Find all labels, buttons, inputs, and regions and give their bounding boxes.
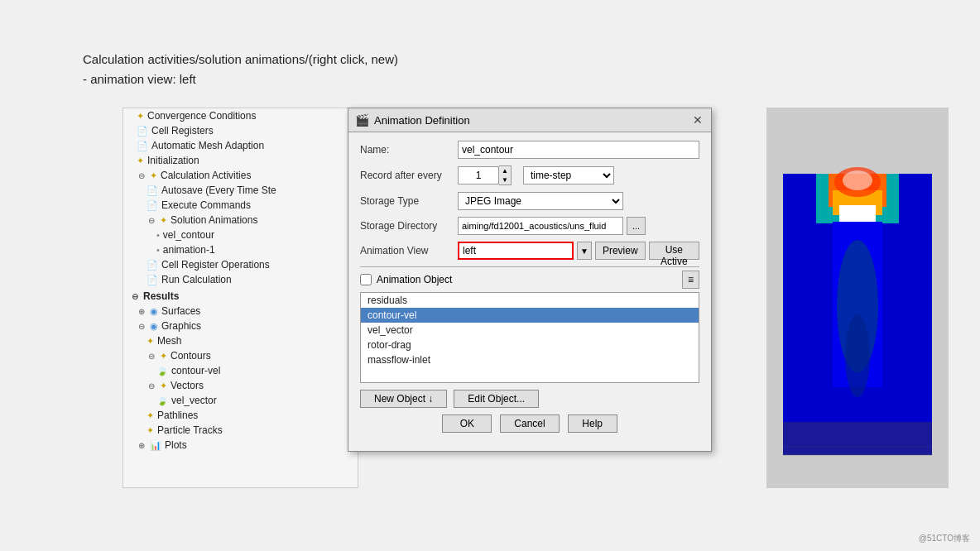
name-label: Name:: [360, 144, 451, 156]
record-unit-select[interactable]: time-step: [523, 166, 614, 184]
plots-icon: 📊: [150, 440, 161, 451]
expand-minus-vectors[interactable]: ⊖: [147, 381, 156, 390]
sphere-icon-2: ◉: [150, 321, 158, 332]
expand-minus-results[interactable]: ⊖: [130, 292, 140, 301]
new-object-button[interactable]: New Object ↓: [360, 390, 447, 408]
tree-label-mesh-adaption: Automatic Mesh Adaption: [151, 140, 264, 151]
object-action-row: New Object ↓ Edit Object...: [360, 390, 699, 408]
tree-item-run-calculation[interactable]: 📄 Run Calculation: [123, 272, 358, 287]
record-value-input[interactable]: [458, 166, 499, 184]
expand-minus-contours[interactable]: ⊖: [147, 352, 156, 361]
tree-item-animation-1[interactable]: • animation-1: [123, 242, 358, 257]
tree-item-autosave[interactable]: 📄 Autosave (Every Time Ste: [123, 183, 358, 198]
tree-label-particle-tracks: Particle Tracks: [157, 424, 223, 436]
storage-dir-input[interactable]: [458, 217, 623, 235]
anim-object-menu-button[interactable]: ≡: [682, 271, 699, 289]
expand-minus-icon[interactable]: ⊖: [137, 171, 147, 180]
use-active-button[interactable]: Use Active: [649, 242, 699, 260]
anim-object-checkbox[interactable]: [360, 274, 372, 285]
tree-item-vectors[interactable]: ⊖ ✦ Vectors: [123, 378, 358, 393]
tree-label-execute-commands: Execute Commands: [161, 199, 251, 211]
tree-item-initialization[interactable]: ✦ Initialization: [123, 153, 358, 168]
storage-dir-label: Storage Directory: [360, 220, 451, 232]
page-icon-2: 📄: [137, 141, 148, 151]
expand-plus-surfaces[interactable]: ⊕: [137, 307, 147, 316]
record-row: Record after every ▲ ▼ time-step: [360, 165, 699, 185]
dialog-body: Name: Record after every ▲ ▼ time-step: [348, 132, 711, 451]
tree-item-convergence[interactable]: ✦ Convergence Conditions: [123, 108, 358, 123]
star-icon-2: ✦: [137, 156, 144, 166]
results-header[interactable]: ⊖ Results: [123, 289, 358, 304]
name-input[interactable]: [458, 141, 699, 159]
tree-label-vectors: Vectors: [171, 380, 204, 391]
tree-label-plots: Plots: [165, 439, 187, 451]
ok-button[interactable]: OK: [442, 414, 492, 433]
expand-plus-plots[interactable]: ⊕: [137, 441, 147, 450]
dialog-close-button[interactable]: ✕: [691, 113, 704, 127]
list-item-contour-vel[interactable]: contour-vel: [361, 308, 699, 323]
header-line2: - animation view: left: [83, 69, 398, 89]
star-icon-7: ✦: [160, 381, 167, 391]
list-item-vel-vector[interactable]: vel_vector: [361, 323, 699, 338]
svg-point-7: [843, 170, 872, 190]
tree-label-contour-vel: contour-vel: [171, 365, 220, 376]
tree-item-surfaces[interactable]: ⊕ ◉ Surfaces: [123, 304, 358, 319]
spinner-buttons: ▲ ▼: [499, 165, 512, 185]
storage-type-select[interactable]: JPEG Image: [458, 192, 623, 210]
expand-minus-icon-2[interactable]: ⊖: [147, 216, 156, 225]
results-label: Results: [143, 290, 179, 302]
dialog-title-bar: 🎬 Animation Definition ✕: [348, 108, 711, 132]
tree-item-cell-register-ops[interactable]: 📄 Cell Register Operations: [123, 257, 358, 272]
star-icon-4: ✦: [160, 215, 167, 226]
tree-item-plots[interactable]: ⊕ 📊 Plots: [123, 438, 358, 453]
tree-item-vel-vector[interactable]: 🍃 vel_vector: [123, 393, 358, 408]
tree-item-graphics[interactable]: ⊖ ◉ Graphics: [123, 319, 358, 333]
animation-objects-list[interactable]: residuals contour-vel vel_vector rotor-d…: [360, 292, 699, 383]
leaf-icon: 🍃: [156, 366, 168, 376]
help-button[interactable]: Help: [568, 414, 617, 433]
page-icon-4: 📄: [147, 200, 158, 211]
anim-view-row: Animation View ▼ Preview Use Active: [360, 242, 699, 260]
tree-label-pathlines: Pathlines: [157, 410, 198, 421]
spinner-down-button[interactable]: ▼: [499, 175, 511, 184]
list-item-residuals[interactable]: residuals: [361, 293, 699, 308]
tree-item-calc-activities[interactable]: ⊖ ✦ Calculation Activities: [123, 168, 358, 183]
leaf-icon-2: 🍃: [156, 395, 168, 406]
star-icon-5: ✦: [147, 336, 154, 347]
tree-item-vel-contour[interactable]: • vel_contour: [123, 228, 358, 242]
section-divider: [360, 266, 699, 267]
dialog-title-label: Animation Definition: [374, 114, 470, 127]
header-section: Calculation activities/solution animatio…: [83, 50, 398, 89]
expand-minus-graphics[interactable]: ⊖: [137, 322, 147, 331]
spinner-up-button[interactable]: ▲: [499, 166, 511, 175]
tree-item-cell-registers[interactable]: 📄 Cell Registers: [123, 123, 358, 138]
dialog-footer: OK Cancel Help: [360, 408, 699, 443]
svg-point-13: [845, 314, 870, 397]
dialog-title: 🎬 Animation Definition: [355, 113, 470, 127]
tree-label-run-calculation: Run Calculation: [161, 274, 232, 285]
tree-item-mesh-adaption[interactable]: 📄 Automatic Mesh Adaption: [123, 138, 358, 153]
viz-svg: [766, 108, 949, 488]
tree-item-contour-vel[interactable]: 🍃 contour-vel: [123, 363, 358, 378]
cancel-button[interactable]: Cancel: [500, 414, 559, 433]
tree-item-solution-animations[interactable]: ⊖ ✦ Solution Animations: [123, 213, 358, 228]
anim-object-label: Animation Object: [377, 274, 452, 285]
tree-label-cell-registers: Cell Registers: [151, 125, 214, 137]
tree-item-execute-commands[interactable]: 📄 Execute Commands: [123, 198, 358, 213]
tree-item-pathlines[interactable]: ✦ Pathlines: [123, 408, 358, 423]
tree-label-solution-animations: Solution Animations: [171, 214, 257, 226]
tree-panel: ✦ Convergence Conditions 📄 Cell Register…: [122, 108, 358, 488]
anim-view-dropdown-button[interactable]: ▼: [577, 242, 592, 260]
list-item-rotor-drag[interactable]: rotor-drag: [361, 338, 699, 352]
anim-view-input[interactable]: [458, 242, 574, 260]
list-item-massflow-inlet[interactable]: massflow-inlet: [361, 352, 699, 367]
tree-item-contours[interactable]: ⊖ ✦ Contours: [123, 348, 358, 363]
storage-type-label: Storage Type: [360, 195, 451, 207]
preview-button[interactable]: Preview: [595, 242, 646, 260]
edit-object-button[interactable]: Edit Object...: [454, 390, 539, 408]
tree-item-mesh[interactable]: ✦ Mesh: [123, 333, 358, 348]
star-icon-9: ✦: [147, 425, 154, 436]
tree-label-mesh: Mesh: [157, 335, 181, 347]
browse-button[interactable]: ...: [627, 217, 646, 235]
tree-item-particle-tracks[interactable]: ✦ Particle Tracks: [123, 423, 358, 438]
